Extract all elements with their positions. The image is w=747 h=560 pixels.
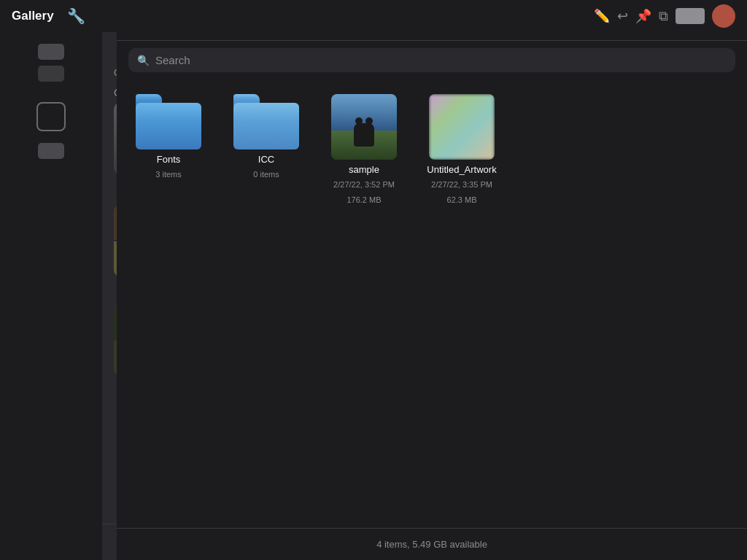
app-title: Gallery [12, 9, 54, 23]
sidebar [0, 32, 102, 560]
bear-silhouette [354, 123, 374, 147]
color-swatch[interactable] [676, 8, 705, 24]
item-subline1: 2/27/22, 3:35 PM [431, 179, 492, 190]
list-item[interactable]: sample 2/27/22, 3:52 PM 176.2 MB [324, 94, 404, 206]
item-sublabel: 3 items [155, 169, 181, 180]
picker-content: Fonts 3 items ICC 0 items [117, 79, 747, 528]
folder-body [233, 103, 299, 149]
file-thumbnail [429, 94, 495, 160]
pin-icon[interactable]: 📌 [635, 8, 651, 24]
list-item[interactable]: Untitled_Artwork 2/27/22, 3:35 PM 62.3 M… [422, 94, 502, 206]
item-name: ICC [258, 154, 274, 165]
wrench-icon[interactable]: 🔧 [67, 7, 85, 25]
item-sublabel: 0 items [253, 169, 279, 180]
layers-icon[interactable]: ⧉ [659, 9, 668, 24]
search-area: 🔍 [117, 41, 747, 79]
item-name: Untitled_Artwork [427, 164, 496, 175]
search-icon: 🔍 [137, 55, 150, 66]
folder-body [136, 103, 201, 149]
sidebar-tool-3[interactable] [38, 143, 64, 159]
file-picker: ‹ On My iPad Procreate [117, 0, 747, 560]
share-icon[interactable]: ↩ [617, 8, 628, 24]
pencil-icon[interactable]: ✏️ [594, 8, 610, 24]
footer-text: 4 items, 5.49 GB available [376, 539, 487, 550]
folder-icon [233, 94, 299, 149]
picker-footer: 4 items, 5.49 GB available [117, 528, 747, 560]
artwork-image [429, 94, 495, 160]
file-thumbnail [331, 94, 397, 160]
sidebar-tool-2[interactable] [38, 66, 64, 82]
square-tool[interactable] [36, 102, 66, 131]
item-subline2: 62.3 MB [447, 195, 477, 206]
item-name: sample [349, 164, 379, 175]
item-name: Fonts [157, 154, 181, 165]
app-top-bar: Gallery 🔧 ✏️ ↩ 📌 ⧉ [0, 0, 747, 32]
search-container: 🔍 [128, 48, 735, 72]
sample-image [331, 94, 397, 160]
avatar[interactable] [712, 4, 735, 28]
list-item[interactable]: ICC 0 items [226, 94, 306, 206]
item-subline1: 2/27/22, 3:52 PM [333, 179, 395, 190]
sidebar-tool-1[interactable] [38, 44, 64, 60]
folder-icon [136, 94, 201, 149]
item-subline2: 176.2 MB [347, 195, 381, 206]
search-input[interactable] [155, 54, 727, 66]
files-grid: Fonts 3 items ICC 0 items [128, 94, 735, 206]
list-item[interactable]: Fonts 3 items [128, 94, 209, 206]
